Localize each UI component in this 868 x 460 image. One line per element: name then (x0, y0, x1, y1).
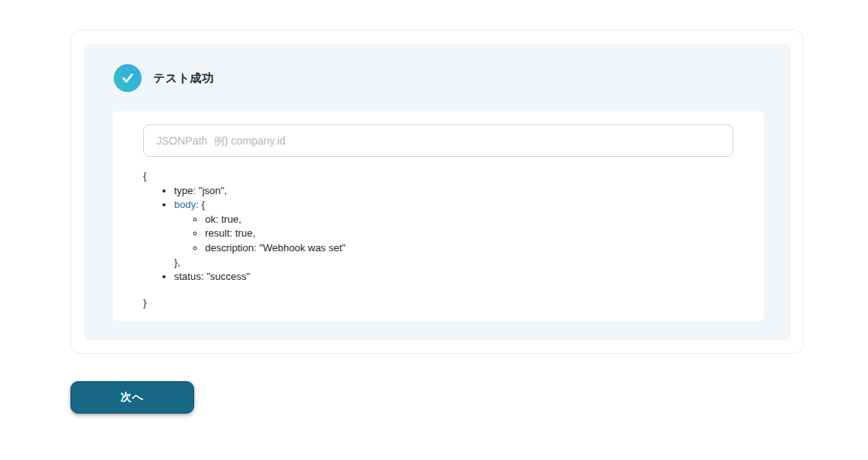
page: テスト成功 { type: "json", body: { ok: true, … (0, 0, 868, 460)
next-button[interactable]: 次へ (70, 381, 194, 414)
json-root-list: type: "json", body: { ok: true, result: … (143, 184, 734, 285)
status-title: テスト成功 (153, 71, 214, 86)
json-entry-type: type: "json", (174, 184, 734, 199)
json-entry-result: result: true, (205, 227, 734, 241)
check-glyph (121, 71, 135, 85)
jsonpath-input[interactable] (143, 124, 733, 157)
json-close-brace: } (143, 296, 734, 311)
json-entry-description: description: "Webhook was set" (205, 241, 734, 256)
test-status-panel: テスト成功 { type: "json", body: { ok: true, … (84, 44, 791, 340)
json-body-list: ok: true, result: true, description: "We… (174, 213, 734, 256)
json-entry-body: body: { ok: true, result: true, descript… (174, 198, 734, 270)
status-row: テスト成功 (114, 64, 214, 92)
json-entry-ok: ok: true, (205, 213, 734, 227)
json-body-open: : { (196, 199, 205, 210)
test-result-card: テスト成功 { type: "json", body: { ok: true, … (70, 29, 804, 354)
json-response-tree: { type: "json", body: { ok: true, result… (143, 169, 734, 310)
success-check-icon (114, 64, 142, 92)
json-key-body[interactable]: body (174, 199, 196, 210)
json-body-close: }, (174, 256, 734, 271)
json-entry-status: status: "success" (174, 270, 734, 285)
json-open-brace: { (143, 169, 734, 184)
response-panel: { type: "json", body: { ok: true, result… (113, 111, 764, 321)
